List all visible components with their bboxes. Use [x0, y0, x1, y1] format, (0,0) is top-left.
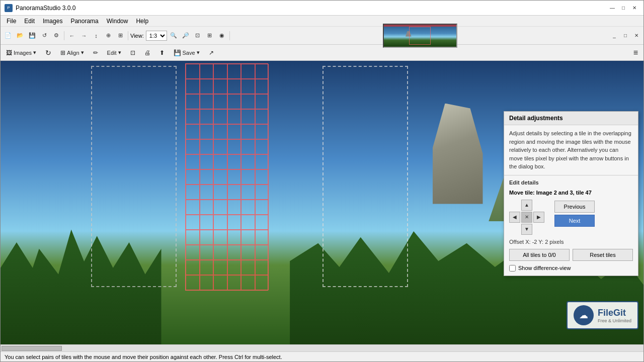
- grid-cell[interactable]: [200, 154, 214, 169]
- save-button2[interactable]: 💾 Save ▾: [170, 47, 203, 59]
- grid-cells[interactable]: // Will be generated below: [185, 63, 268, 291]
- grid-cell[interactable]: [241, 245, 255, 260]
- tool2-button[interactable]: →: [78, 30, 90, 41]
- toolbar-close-button[interactable]: ✕: [631, 32, 641, 40]
- grid-cell[interactable]: [213, 124, 227, 139]
- grid-cell[interactable]: [186, 154, 200, 169]
- grid-cell[interactable]: [213, 275, 227, 290]
- grid-cell[interactable]: [241, 230, 255, 245]
- canvas[interactable]: // Will be generated below Detail adjust…: [1, 61, 643, 344]
- grid-cell[interactable]: [200, 230, 214, 245]
- menu-icon-button[interactable]: ≡: [630, 47, 641, 59]
- grid-cell[interactable]: [200, 79, 214, 94]
- crop-button[interactable]: ⊡: [127, 47, 139, 59]
- refresh-button[interactable]: ↺: [39, 30, 50, 41]
- menu-window[interactable]: Window: [103, 17, 132, 26]
- tool1-button[interactable]: ←: [66, 30, 77, 41]
- grid-cell[interactable]: [241, 79, 255, 94]
- grid-cell[interactable]: [213, 230, 227, 245]
- grid-cell[interactable]: [200, 169, 214, 185]
- grid-cell[interactable]: [255, 154, 269, 169]
- grid-cell[interactable]: [186, 94, 200, 109]
- grid-cell[interactable]: [227, 200, 242, 215]
- grid-cell[interactable]: [186, 64, 200, 79]
- scrollbar-thumb[interactable]: [2, 346, 62, 351]
- grid-cell[interactable]: [200, 275, 214, 290]
- grid-cell[interactable]: [213, 215, 227, 230]
- grid-cell[interactable]: [255, 124, 269, 139]
- grid-cell[interactable]: [255, 275, 269, 290]
- view-select[interactable]: 1:3 1:1 1:2 1:4 Fit: [146, 31, 167, 41]
- next-button[interactable]: Next: [554, 215, 595, 227]
- grid-cell[interactable]: [186, 185, 200, 200]
- grid-cell[interactable]: [241, 215, 255, 230]
- grid-cell[interactable]: [255, 245, 269, 260]
- grid-cell[interactable]: [186, 79, 200, 94]
- scrollbar-horizontal[interactable]: [1, 344, 643, 351]
- grid-cell[interactable]: [227, 275, 242, 290]
- grid-cell[interactable]: [213, 64, 227, 79]
- grid-cell[interactable]: [241, 200, 255, 215]
- open-button[interactable]: 📂: [15, 30, 26, 41]
- grid-cell[interactable]: [213, 94, 227, 109]
- grid-cell[interactable]: [241, 94, 255, 109]
- grid-cell[interactable]: [200, 109, 214, 124]
- menu-help[interactable]: Help: [132, 17, 152, 26]
- grid-cell[interactable]: [186, 109, 200, 124]
- grid-cell[interactable]: [186, 200, 200, 215]
- grid-cell[interactable]: [227, 124, 242, 139]
- grid-cell[interactable]: [186, 245, 200, 260]
- left-arrow-button[interactable]: ◀: [509, 212, 520, 223]
- zoom-in-button[interactable]: 🔍: [168, 30, 179, 41]
- menu-edit[interactable]: Edit: [20, 17, 39, 26]
- grid-cell[interactable]: [227, 245, 242, 260]
- grid-cell[interactable]: [213, 139, 227, 154]
- grid-cell[interactable]: [186, 215, 200, 230]
- grid-cell[interactable]: [200, 215, 214, 230]
- grid-button[interactable]: ⊞: [204, 30, 215, 41]
- grid-cell[interactable]: [241, 275, 255, 290]
- print-button[interactable]: 🖨: [141, 47, 154, 59]
- export-button[interactable]: ⬆: [156, 47, 168, 59]
- menu-file[interactable]: File: [3, 17, 20, 26]
- grid-cell[interactable]: [186, 124, 200, 139]
- grid-cell[interactable]: [241, 124, 255, 139]
- grid-cell[interactable]: [213, 79, 227, 94]
- rotate-button[interactable]: ↻: [42, 47, 55, 59]
- grid-cell[interactable]: [255, 109, 269, 124]
- grid-cell[interactable]: [213, 200, 227, 215]
- grid-cell[interactable]: [227, 230, 242, 245]
- toolbar-min-button[interactable]: _: [609, 32, 619, 40]
- grid-cell[interactable]: [241, 139, 255, 154]
- grid-cell[interactable]: [227, 215, 242, 230]
- menu-panorama[interactable]: Panorama: [66, 17, 102, 26]
- grid-cell[interactable]: [200, 260, 214, 275]
- grid-cell[interactable]: [200, 185, 214, 200]
- up-arrow-button[interactable]: ▲: [521, 200, 532, 211]
- grid-cell[interactable]: [255, 169, 269, 185]
- view3d-button[interactable]: ◉: [216, 30, 227, 41]
- grid-cell[interactable]: [255, 200, 269, 215]
- previous-button[interactable]: Previous: [554, 201, 595, 213]
- grid-cell[interactable]: [227, 109, 242, 124]
- share-button[interactable]: ↗: [205, 47, 217, 59]
- grid-cell[interactable]: [241, 260, 255, 275]
- grid-cell[interactable]: [241, 185, 255, 200]
- grid-cell[interactable]: [213, 185, 227, 200]
- toolbar-max-button[interactable]: □: [620, 32, 630, 40]
- grid-cell[interactable]: [241, 109, 255, 124]
- grid-cell[interactable]: [227, 260, 242, 275]
- align-button[interactable]: ⊞ Align ▾: [57, 47, 87, 59]
- settings-button[interactable]: ⚙: [51, 30, 62, 41]
- grid-cell[interactable]: [255, 185, 269, 200]
- save-toolbar-button[interactable]: 💾: [27, 30, 38, 41]
- grid-cell[interactable]: [255, 230, 269, 245]
- grid-cell[interactable]: [255, 64, 269, 79]
- grid-cell[interactable]: [186, 230, 200, 245]
- down-arrow-button[interactable]: ▼: [521, 224, 532, 235]
- show-diff-label[interactable]: Show difference-view: [518, 265, 571, 271]
- grid-cell[interactable]: [213, 260, 227, 275]
- grid-cell[interactable]: [186, 139, 200, 154]
- grid-cell[interactable]: [241, 64, 255, 79]
- reset-tiles-button[interactable]: Reset tiles: [573, 249, 633, 261]
